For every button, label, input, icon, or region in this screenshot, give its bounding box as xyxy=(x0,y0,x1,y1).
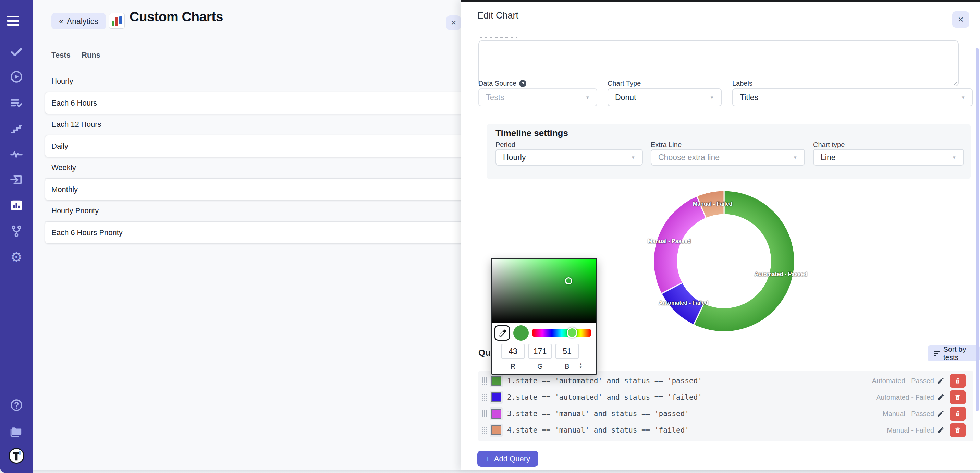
chart-list-item[interactable]: Hourly Priority xyxy=(45,200,465,222)
drawer-title: Edit Chart xyxy=(477,10,519,21)
back-to-analytics-button[interactable]: « Analytics xyxy=(51,13,106,29)
red-label: R xyxy=(501,363,525,371)
timeline-chart-type-label: Chart type xyxy=(813,141,845,149)
query-expression: 4.state == 'manual' and status == 'faile… xyxy=(507,426,689,434)
timeline-chart-type-select[interactable]: Line ▼ xyxy=(813,149,964,166)
period-select[interactable]: Hourly ▼ xyxy=(495,149,643,166)
chart-list-item[interactable]: Monthly xyxy=(45,178,465,200)
query-row: 3.state == 'manual' and status == 'passe… xyxy=(478,406,974,421)
edit-pencil-icon[interactable] xyxy=(937,426,945,434)
bar-chart-icon[interactable] xyxy=(9,198,24,213)
green-value-input[interactable] xyxy=(528,344,552,359)
sign-in-icon[interactable] xyxy=(9,172,24,187)
chart-list-item[interactable]: Each 6 Hours Priority xyxy=(45,222,465,244)
query-label: Automated - Passed xyxy=(872,377,934,385)
color-mode-toggle-icon[interactable]: ▴▾ xyxy=(580,362,582,369)
query-list: 1.state == 'automated' and status == 'pa… xyxy=(478,371,974,441)
query-color-swatch[interactable] xyxy=(490,424,503,437)
delete-query-button[interactable] xyxy=(950,406,966,421)
close-drawer-button[interactable]: × xyxy=(952,11,969,28)
query-row: 1.state == 'automated' and status == 'pa… xyxy=(478,373,974,389)
data-source-select[interactable]: Tests ▼ xyxy=(478,88,597,106)
edit-pencil-icon[interactable] xyxy=(937,377,945,385)
add-query-button[interactable]: + Add Query xyxy=(477,451,538,467)
check-icon[interactable] xyxy=(9,44,24,59)
chevron-down-icon: ▼ xyxy=(585,95,590,100)
query-expression: 1.state == 'automated' and status == 'pa… xyxy=(507,377,702,385)
chart-type-label: Chart Type xyxy=(608,80,641,88)
extra-line-select[interactable]: Choose extra line ▼ xyxy=(651,149,805,166)
timeline-settings-heading: Timeline settings xyxy=(495,128,568,139)
hue-slider-thumb[interactable] xyxy=(567,327,578,338)
sort-icon xyxy=(934,350,940,356)
edit-pencil-icon[interactable] xyxy=(937,409,945,418)
chevron-down-icon: ▼ xyxy=(952,155,956,160)
chevron-left-icon: « xyxy=(59,17,64,26)
green-label: G xyxy=(528,363,552,371)
chart-description-textarea[interactable] xyxy=(478,40,959,86)
drag-handle-icon[interactable] xyxy=(482,427,487,434)
gear-icon[interactable]: ⚙ xyxy=(9,250,24,264)
drag-handle-icon[interactable] xyxy=(482,410,487,417)
folder-icon[interactable] xyxy=(9,424,24,439)
chevron-down-icon: ▼ xyxy=(793,155,797,160)
chart-list-item[interactable]: Hourly xyxy=(45,71,465,92)
chart-list-item[interactable]: Each 6 Hours xyxy=(45,92,465,114)
custom-charts-panel: « Analytics Custom Charts × Tests Runs H… xyxy=(33,0,466,470)
blue-value-input[interactable] xyxy=(555,344,579,359)
donut-slice[interactable] xyxy=(654,196,706,294)
scrollbar-thumb[interactable] xyxy=(975,48,978,411)
hue-slider[interactable] xyxy=(533,329,591,337)
query-color-swatch[interactable] xyxy=(490,374,503,387)
query-label: Manual - Failed xyxy=(887,427,934,434)
labels-select[interactable]: Titles ▼ xyxy=(732,88,973,106)
chart-type-select[interactable]: Donut ▼ xyxy=(608,88,722,106)
chart-list-item[interactable]: Daily xyxy=(45,135,465,157)
bar-chart-emoji-icon xyxy=(109,13,125,29)
red-value-input[interactable] xyxy=(501,344,525,359)
query-label: Automated - Failed xyxy=(876,393,934,401)
page-title: Custom Charts xyxy=(129,9,223,24)
query-color-swatch[interactable] xyxy=(490,407,503,420)
page-bottom-strip xyxy=(0,470,980,473)
help-circle-icon[interactable]: ? xyxy=(519,80,526,87)
query-color-swatch[interactable] xyxy=(490,391,503,404)
query-row: 2.state == 'automated' and status == 'fa… xyxy=(478,390,974,405)
donut-chart[interactable] xyxy=(635,172,813,350)
chevron-down-icon: ▼ xyxy=(631,155,635,160)
chart-list-item[interactable]: Weekly xyxy=(45,157,465,178)
delete-query-button[interactable] xyxy=(950,423,966,437)
saturation-cursor[interactable] xyxy=(565,277,572,285)
query-expression: 2.state == 'automated' and status == 'fa… xyxy=(507,393,702,401)
menu-icon[interactable] xyxy=(7,16,19,27)
delete-query-button[interactable] xyxy=(950,390,966,405)
drag-handle-icon[interactable] xyxy=(482,393,487,401)
pulse-icon[interactable] xyxy=(9,146,24,161)
saturation-brightness-area[interactable] xyxy=(492,259,596,323)
close-panel-button[interactable]: × xyxy=(446,16,461,30)
app-logo[interactable] xyxy=(9,448,24,463)
help-icon[interactable] xyxy=(9,398,24,412)
period-label: Period xyxy=(495,141,515,149)
drag-handle-icon[interactable] xyxy=(482,377,487,385)
eyedropper-button[interactable] xyxy=(495,325,510,341)
drawer-top-border xyxy=(461,0,980,2)
play-circle-icon[interactable] xyxy=(9,69,24,84)
tab-tests[interactable]: Tests xyxy=(51,51,71,60)
query-label: Manual - Passed xyxy=(883,410,934,418)
divider xyxy=(461,35,980,35)
sort-by-tests-button[interactable]: Sort by tests xyxy=(928,346,980,361)
sidebar: ⚙ xyxy=(0,0,33,473)
chart-list-item[interactable]: Each 12 Hours xyxy=(45,114,465,135)
branch-icon[interactable] xyxy=(9,223,24,239)
steps-icon[interactable] xyxy=(9,121,24,136)
data-source-label: Data Source ? xyxy=(478,80,526,88)
labels-label: Labels xyxy=(732,80,752,88)
list-check-icon[interactable] xyxy=(9,95,24,110)
tab-runs[interactable]: Runs xyxy=(81,51,100,60)
delete-query-button[interactable] xyxy=(950,374,966,388)
query-expression: 3.state == 'manual' and status == 'passe… xyxy=(507,409,689,418)
edit-pencil-icon[interactable] xyxy=(937,393,945,401)
color-picker-popover: R G B ▴▾ xyxy=(491,258,597,374)
current-color-swatch[interactable] xyxy=(513,325,529,341)
